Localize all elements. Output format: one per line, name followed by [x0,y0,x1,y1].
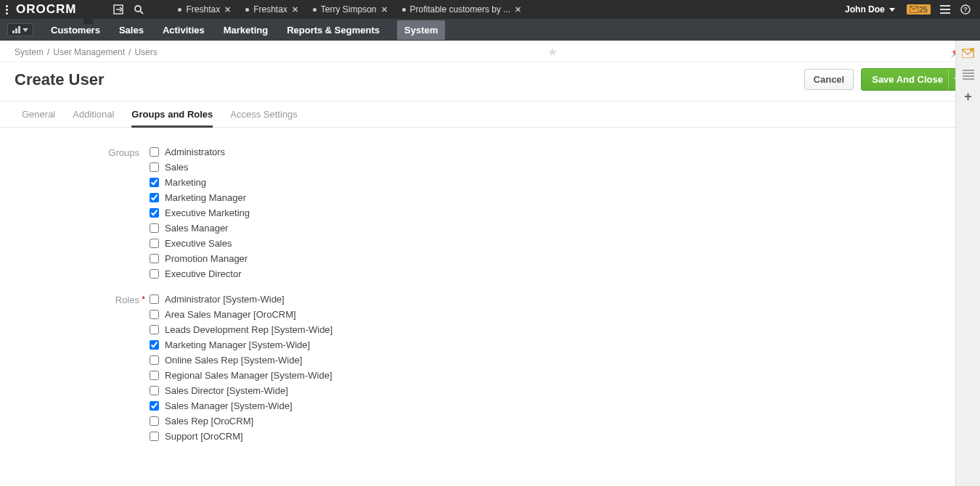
pinned-tab-label: Profitable customers by ... [410,4,511,15]
pinned-tab[interactable]: Terry Simpson✕ [309,4,392,15]
role-checkbox[interactable] [150,310,159,319]
right-sidebar: + [955,41,980,486]
nav-marketing[interactable]: Marketing [222,20,269,40]
chevron-down-icon [889,8,895,12]
role-item[interactable]: Online Sales Rep [System-Wide] [150,355,332,366]
role-label: Administrator [System-Wide] [165,294,285,305]
breadcrumb-item[interactable]: User Management [53,47,125,57]
breadcrumb-item[interactable]: System [15,47,44,57]
svg-text:?: ? [963,6,968,13]
group-item[interactable]: Sales [150,162,250,173]
group-label: Marketing Manager [165,192,246,203]
sidebar-mail-icon[interactable] [960,45,976,61]
pinned-tab-label: Freshtax [253,4,287,15]
group-item[interactable]: Executive Sales [150,238,250,249]
group-item[interactable]: Executive Marketing [150,207,250,218]
role-checkbox[interactable] [150,325,159,334]
logo[interactable]: OROCRM [13,2,86,17]
svg-rect-6 [15,28,17,33]
dashboard-pin-icon[interactable] [7,23,33,36]
group-checkbox[interactable] [150,254,159,263]
group-checkbox[interactable] [150,147,159,157]
notif-count: 25 [919,5,928,14]
role-item[interactable]: Support [OroCRM] [150,431,332,442]
role-item[interactable]: Leads Development Rep [System-Wide] [150,324,332,335]
close-icon[interactable]: ✕ [381,5,388,15]
group-checkbox[interactable] [150,178,159,187]
group-item[interactable]: Administrators [150,147,250,157]
svg-rect-5 [12,30,15,33]
role-item[interactable]: Sales Manager [System-Wide] [150,400,332,411]
close-icon[interactable]: ✕ [515,5,521,15]
role-item[interactable]: Area Sales Manager [OroCRM] [150,309,332,320]
group-label: Sales [165,162,189,173]
role-item[interactable]: Sales Rep [OroCRM] [150,416,332,427]
app-menu-icon[interactable] [0,5,13,15]
role-label: Online Sales Rep [System-Wide] [165,355,302,366]
pinned-tab[interactable]: Freshtax✕ [241,4,303,15]
role-item[interactable]: Sales Director [System-Wide] [150,385,332,396]
shortcut-icon[interactable] [108,0,128,19]
nav-reports-segments[interactable]: Reports & Segments [285,20,381,40]
close-icon[interactable]: ✕ [292,5,298,15]
form-content: Groups AdministratorsSalesMarketingMarke… [0,125,955,486]
topbar: OROCRM Freshtax✕Freshtax✕Terry Simpson✕P… [0,0,980,19]
mail-icon [910,6,918,13]
svg-rect-7 [18,26,20,33]
role-item[interactable]: Regional Sales Manager [System-Wide] [150,370,332,381]
group-item[interactable]: Promotion Manager [150,253,250,264]
main-nav: CustomersSalesActivitiesMarketingReports… [0,19,980,41]
nav-system[interactable]: System [397,20,445,40]
groups-label: Groups [102,147,139,279]
save-and-close-button[interactable]: Save And Close [861,68,954,91]
group-checkbox[interactable] [150,162,159,172]
role-item[interactable]: Administrator [System-Wide] [150,294,332,305]
group-item[interactable]: Sales Manager [150,223,250,234]
group-item[interactable]: Executive Director [150,268,250,279]
role-checkbox[interactable] [150,416,159,426]
favorite-star-icon[interactable]: ★ [544,45,560,59]
group-label: Marketing [165,177,206,188]
nav-activities[interactable]: Activities [161,20,206,40]
sidebar-add-icon[interactable]: + [960,88,976,104]
pinned-tab[interactable]: Profitable customers by ...✕ [398,4,526,15]
breadcrumb-item: Users [134,47,157,57]
role-item[interactable]: Marketing Manager [System-Wide] [150,339,332,350]
group-item[interactable]: Marketing [150,177,250,188]
chevron-down-icon [23,28,28,32]
role-checkbox[interactable] [150,432,159,441]
group-checkbox[interactable] [150,193,159,202]
nav-sales[interactable]: Sales [118,20,145,40]
role-label: Leads Development Rep [System-Wide] [165,324,332,335]
pinned-tab[interactable]: Freshtax✕ [173,4,235,15]
role-checkbox[interactable] [150,355,159,365]
bullet-icon [402,8,406,12]
search-icon[interactable] [128,0,149,19]
page-title: Create User [15,70,105,89]
help-icon[interactable]: ? [955,0,976,19]
role-checkbox[interactable] [150,371,159,380]
group-label: Promotion Manager [165,253,248,264]
group-item[interactable]: Marketing Manager [150,192,250,203]
group-label: Executive Marketing [165,207,250,218]
notifications-badge[interactable]: 25 [907,4,931,15]
user-menu[interactable]: John Doe [838,4,902,15]
group-label: Administrators [165,147,225,157]
group-label: Sales Manager [165,223,228,234]
close-icon[interactable]: ✕ [224,5,231,15]
role-checkbox[interactable] [150,401,159,411]
group-checkbox[interactable] [150,269,159,279]
roles-label: Roles* [102,294,139,442]
bullet-icon [313,8,317,12]
groups-list: AdministratorsSalesMarketingMarketing Ma… [150,147,250,279]
group-checkbox[interactable] [150,208,159,218]
role-checkbox[interactable] [150,295,159,304]
cancel-button[interactable]: Cancel [804,69,854,90]
sidebar-list-icon[interactable] [960,67,976,83]
role-checkbox[interactable] [150,340,159,350]
group-checkbox[interactable] [150,223,159,233]
role-checkbox[interactable] [150,386,159,395]
hamburger-icon[interactable] [935,0,955,19]
group-checkbox[interactable] [150,239,159,248]
role-label: Sales Director [System-Wide] [165,385,288,396]
